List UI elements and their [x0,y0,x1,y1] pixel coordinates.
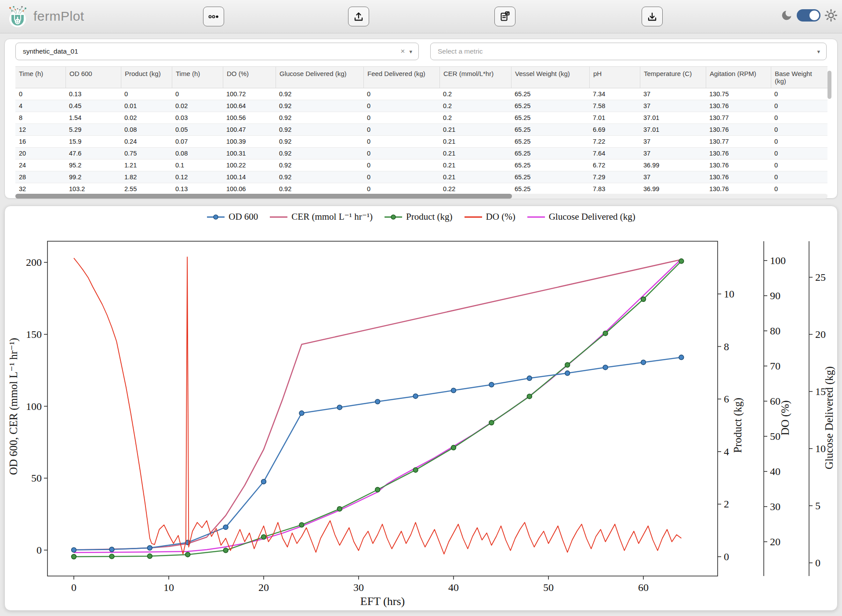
column-header: Product (kg) [121,67,172,88]
product-tick-label: 10 [724,288,734,300]
data-point-marker [679,355,684,360]
table-cell: 47.6 [65,148,121,159]
table-cell: 0 [771,88,827,100]
chart-card: OD 600CER (mmol L⁻¹ hr⁻¹)Product (kg)DO … [4,206,838,611]
table-cell: 130.76 [706,171,771,183]
table-cell: 65.25 [511,88,589,100]
table-cell: 0.92 [276,124,363,135]
x-tick-label: 40 [448,582,459,593]
download-button[interactable] [642,7,663,26]
do-axis-title: DO (%) [779,400,791,435]
table-cell: 0.92 [276,171,363,183]
app-header: fermPlot [0,0,842,33]
table-row: 2899.21.820.12100.140.9200.2165.257.2937… [15,171,827,183]
data-point-marker [109,547,114,552]
legend-item[interactable]: Glucose Delivered (kg) [527,211,635,222]
left-axis-title: OD 600, CER (mmol L⁻¹ hr⁻¹) [7,338,20,475]
fermentation-chart: 0102030405060EFT (hrs)050100150200OD 600… [5,225,838,611]
data-point-marker [109,554,114,559]
ellipsis-icon [207,14,220,19]
upload-button[interactable] [348,7,369,26]
table-cell: 0.1 [172,159,223,171]
series-line [74,261,681,557]
legend-swatch [269,213,288,221]
table-cell: 0.02 [121,112,172,123]
table-row: 2495.21.210.1100.220.9200.2165.256.7236.… [15,159,827,171]
table-cell: 0 [363,124,439,135]
metric-select[interactable]: Select a metric ▾ [430,43,827,60]
glucose-tick-label: 0 [815,557,820,569]
moon-icon [780,9,793,22]
table-row: 125.290.080.05100.470.9200.2165.256.6937… [15,124,827,136]
legend-label: DO (%) [486,211,515,222]
table-cell: 0.08 [172,148,223,159]
table-cell: 0.45 [65,100,121,112]
table-cell: 0 [363,88,439,100]
table-cell: 0.13 [65,88,121,100]
app-root: fermPlot [0,0,842,616]
vertical-scrollbar-thumb[interactable] [827,71,831,99]
table-cell: 36.99 [640,159,706,171]
table-cell: 130.77 [706,112,771,123]
table-cell: 100.64 [223,100,276,112]
table-cell: 5.29 [65,124,121,135]
table-cell: 7.64 [589,148,640,159]
table-cell: 16 [15,136,65,147]
data-panel: synthetic_data_01 × ▾ Select a metric ▾ … [4,39,838,199]
horizontal-scrollbar-thumb[interactable] [15,194,512,199]
table-cell: 100.31 [223,148,276,159]
table-cell: 37 [640,88,706,100]
chevron-down-icon[interactable]: ▾ [817,48,826,55]
table-cell: 0 [771,136,827,147]
table-cell: 0 [172,88,223,100]
table-cell: 95.2 [65,159,121,171]
table-cell: 0.92 [276,100,363,112]
dataset-select[interactable]: synthetic_data_01 × ▾ [15,43,419,60]
table-cell: 37 [640,148,706,159]
table-cell: 130.76 [706,159,771,171]
table-cell: 0.2 [439,100,511,112]
table-cell: 0.21 [439,159,511,171]
table-cell: 0.03 [172,112,223,123]
table-cell: 65.25 [511,124,589,135]
data-point-marker [489,420,494,425]
table-cell: 7.01 [589,112,640,123]
glucose-tick-label: 20 [815,329,826,340]
more-options-button[interactable] [203,7,224,26]
clear-icon[interactable]: × [396,47,410,56]
data-point-marker [413,467,418,472]
download-icon [646,11,658,22]
data-point-marker [147,554,152,558]
table-cell: 130.76 [706,148,771,159]
left-tick-label: 150 [26,329,42,340]
table-row: 32103.22.550.13100.060.9200.2265.257.833… [15,183,827,195]
table-cell: 20 [15,148,65,159]
table-cell: 0.22 [439,183,511,195]
table-cell: 65.25 [511,100,589,112]
theme-toggle[interactable] [797,9,820,22]
legend-item[interactable]: CER (mmol L⁻¹ hr⁻¹) [269,211,373,222]
legend-item[interactable]: DO (%) [464,211,515,222]
table-cell: 0.05 [172,124,223,135]
legend-item[interactable]: OD 600 [207,211,258,222]
x-tick-label: 50 [543,582,554,593]
report-button[interactable] [494,7,515,26]
table-cell: 1.21 [121,159,172,171]
data-point-marker [451,445,456,450]
table-cell: 37 [640,100,706,112]
column-header: Base Weight (kg) [771,67,827,88]
table-cell: 7.34 [589,88,640,100]
table-cell: 32 [15,183,65,195]
x-tick-label: 60 [638,582,649,593]
table-cell: 0.2 [439,112,511,123]
column-header: DO (%) [223,67,276,88]
chevron-down-icon[interactable]: ▾ [409,48,418,55]
table-cell: 130.76 [706,183,771,195]
data-point-marker [413,394,418,399]
table-cell: 0.21 [439,148,511,159]
data-point-marker [489,382,494,387]
legend-item[interactable]: Product (kg) [384,211,453,222]
table-cell: 4 [15,100,65,112]
table-cell: 1.54 [65,112,121,123]
left-tick-label: 50 [31,472,42,484]
